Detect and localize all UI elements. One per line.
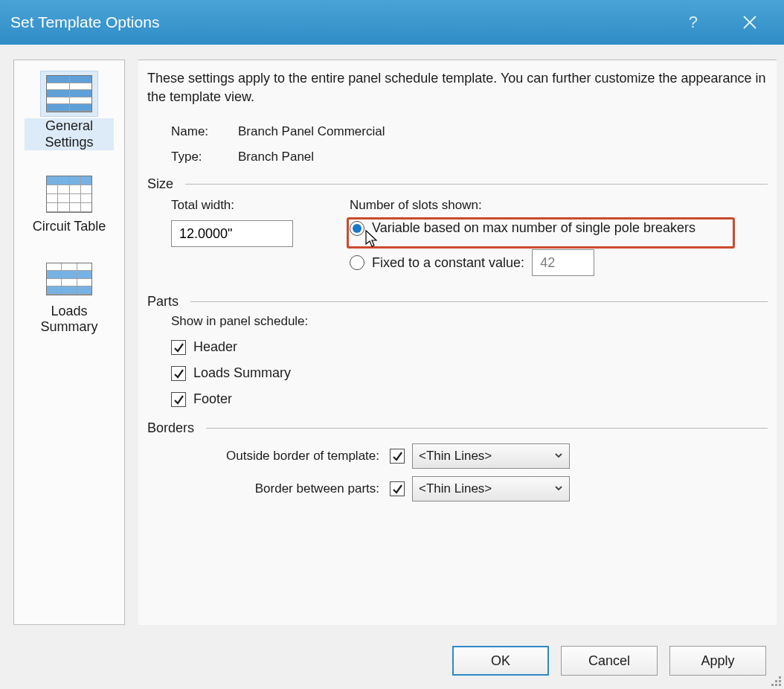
sidebar-item-label: Loads Summary [25, 304, 114, 336]
main-panel: These settings apply to the entire panel… [138, 60, 777, 625]
window-title: Set Template Options [10, 13, 159, 31]
checkbox-loads-summary-label: Loads Summary [193, 365, 291, 381]
divider [190, 301, 768, 302]
sidebar-item-general-settings[interactable]: General Settings [25, 69, 114, 155]
between-border-label: Border between parts: [189, 481, 382, 496]
combo-value: <Thin Lines> [419, 481, 492, 496]
close-icon[interactable] [742, 15, 757, 30]
name-label: Name: [171, 124, 238, 139]
radio-fixed-label: Fixed to a constant value: [372, 255, 524, 271]
checkbox-icon [171, 392, 186, 407]
radio-icon [350, 255, 364, 270]
parts-section-label: Parts [147, 294, 179, 310]
resize-grip-icon[interactable] [769, 674, 781, 686]
sidebar-item-label: General Settings [25, 118, 114, 150]
titlebar: Set Template Options ? [0, 0, 784, 45]
radio-fixed-slots[interactable]: Fixed to a constant value: [350, 249, 768, 276]
checkbox-outside-border[interactable] [390, 449, 405, 464]
combo-value: <Thin Lines> [419, 449, 492, 464]
checkbox-footer-label: Footer [193, 391, 232, 407]
sidebar-item-circuit-table[interactable]: Circuit Table [25, 170, 114, 240]
apply-button[interactable]: Apply [669, 646, 766, 676]
radio-variable-label: Variable based on max number of single p… [372, 220, 695, 236]
checkbox-icon [171, 340, 186, 355]
checkbox-between-border[interactable] [390, 481, 405, 496]
type-value: Branch Panel [238, 150, 314, 164]
help-icon[interactable]: ? [689, 13, 698, 32]
borders-section-label: Borders [147, 420, 194, 436]
checkbox-footer[interactable]: Footer [171, 391, 768, 407]
between-border-style-combo[interactable]: <Thin Lines> [412, 476, 570, 501]
checkbox-loads-summary[interactable]: Loads Summary [171, 365, 768, 381]
total-width-input[interactable] [171, 220, 293, 247]
sidebar-item-label: Circuit Table [30, 219, 109, 235]
sidebar: General Settings Circuit Table [13, 60, 125, 625]
radio-icon [350, 221, 364, 236]
intro-text: These settings apply to the entire panel… [147, 69, 768, 106]
type-label: Type: [171, 150, 238, 164]
cancel-button[interactable]: Cancel [561, 646, 658, 676]
checkbox-header[interactable]: Header [171, 339, 768, 355]
outside-border-label: Outside border of template: [189, 449, 382, 464]
chevron-down-icon [554, 449, 563, 464]
chevron-down-icon [554, 481, 563, 496]
loads-summary-icon [40, 256, 98, 302]
name-value: Branch Panel Commercial [238, 124, 385, 139]
cursor-icon [364, 229, 379, 249]
size-section-label: Size [147, 176, 173, 192]
total-width-label: Total width: [171, 198, 320, 213]
ok-button[interactable]: OK [452, 646, 549, 676]
slots-label: Number of slots shown: [350, 198, 768, 213]
dialog-button-bar: OK Cancel Apply [452, 646, 766, 676]
radio-variable-slots[interactable]: Variable based on max number of single p… [350, 220, 768, 236]
divider [206, 428, 768, 429]
show-in-schedule-label: Show in panel schedule: [171, 314, 768, 329]
circuit-table-icon [40, 171, 98, 217]
checkbox-header-label: Header [193, 339, 237, 355]
checkbox-icon [171, 366, 186, 381]
outside-border-style-combo[interactable]: <Thin Lines> [412, 443, 570, 469]
fixed-value-input[interactable] [532, 249, 594, 276]
sidebar-item-loads-summary[interactable]: Loads Summary [25, 254, 114, 340]
panel-template-icon [40, 71, 98, 117]
divider [185, 184, 768, 185]
